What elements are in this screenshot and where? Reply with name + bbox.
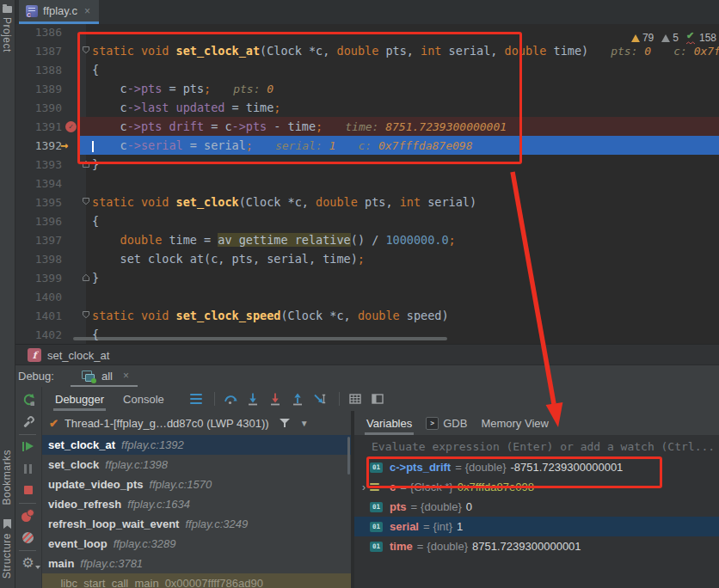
code-line-1394[interactable]: 1394 [15, 174, 719, 193]
tab-memory-view[interactable]: Memory View [479, 413, 550, 434]
tab-console[interactable]: Console [120, 389, 168, 410]
divider [214, 392, 215, 406]
sidebar-item-structure[interactable]: Structure [1, 533, 13, 579]
divider [19, 550, 36, 551]
step-out-button[interactable] [291, 392, 304, 406]
weak-warnings-count[interactable]: 5 [661, 32, 679, 44]
restore-layout-button[interactable] [371, 392, 384, 406]
fold-marker-icon[interactable] [82, 271, 90, 285]
run-to-cursor-button[interactable] [313, 392, 327, 406]
editor-tab-bar: ffplay.c × [15, 0, 719, 25]
tab-gdb[interactable]: > GDB [424, 413, 469, 434]
code-line-1399[interactable]: 1399} [15, 268, 719, 287]
code-line-1400[interactable]: 1400 [15, 287, 719, 306]
debug-toolwindow-header: Debug: all × [15, 364, 719, 388]
debug-settings-button[interactable]: ⚙ [15, 555, 41, 571]
frame-row-set-clock-at[interactable]: set_clock_atffplay.c:1392 [41, 435, 351, 455]
view-as-table-button[interactable] [348, 392, 362, 406]
tab-close-icon[interactable]: × [84, 5, 90, 17]
c-file-icon [26, 5, 38, 17]
variable-row-c[interactable]: ›c={Clock *}0x7fffda87e098 [354, 477, 719, 497]
line-number: 1391 [15, 120, 62, 133]
frame-row-update-video-pts[interactable]: update_video_ptsffplay.c:1570 [41, 475, 351, 494]
code-line-1393[interactable]: 1393} [15, 155, 719, 174]
stop-button[interactable] [15, 482, 41, 498]
fold-marker-icon[interactable] [82, 195, 90, 209]
tab-debugger[interactable]: Debugger [52, 389, 108, 410]
code-line-1388[interactable]: 1388{ [15, 60, 719, 79]
inspections-widget[interactable]: 79 5 ✔ 158 [631, 32, 716, 44]
code-line-1391[interactable]: 1391✓ c->pts_drift = c->pts - time;time:… [15, 117, 719, 136]
thread-dropdown[interactable]: Thread-1-[ffplay_g…dd87c0 (LWP 4301)) [65, 417, 269, 430]
line-number: 1401 [15, 309, 62, 322]
passed-count[interactable]: ✔ 158 [686, 32, 716, 44]
code-line-1402[interactable]: 1402{ [15, 325, 719, 344]
fold-marker-icon[interactable] [82, 309, 90, 322]
variable-row-serial[interactable]: 01serial={int}1 [354, 517, 719, 536]
variable-row-time[interactable]: 01time={double}8751.7239300000001 [354, 536, 719, 556]
force-step-into-button[interactable] [268, 392, 282, 406]
inline-debugger-hint: c: 0x7fffda87e098 [358, 139, 472, 152]
session-tab-all[interactable]: all [101, 370, 113, 383]
variable-row-pts[interactable]: 01pts={double}0 [354, 497, 719, 517]
fold-marker-icon[interactable] [82, 44, 90, 58]
inline-debugger-hint: pts: 0 [233, 83, 273, 95]
view-breakpoints-button[interactable] [15, 507, 41, 523]
code-line-1389[interactable]: 1389 c->pts = pts;pts: 0 [15, 79, 719, 98]
frame-row-video-refresh[interactable]: video_refreshffplay.c:1634 [41, 494, 351, 514]
inline-debugger-hint: serial: 1 [275, 139, 335, 152]
rerun-button[interactable] [15, 392, 41, 407]
code-line-1395[interactable]: 1395static void set_clock(Clock *c, doub… [15, 193, 719, 211]
breakpoint-icon[interactable]: ✓ [65, 121, 77, 132]
evaluate-expression-input[interactable]: Evaluate expression (Enter) or add a wat… [354, 435, 719, 457]
divider [19, 434, 36, 435]
layout-options-icon[interactable] [190, 394, 202, 405]
code-text: c->pts_drift = c->pts - time;time: 8751.… [92, 119, 719, 133]
line-number: 1389 [15, 83, 62, 95]
code-editor[interactable]: 13861387static void set_clock_at(Clock *… [15, 24, 719, 344]
code-line-1401[interactable]: 1401static void set_clock_speed(Clock *c… [15, 306, 719, 325]
code-line-1396[interactable]: 1396{ [15, 211, 719, 230]
code-line-1392[interactable]: 1392→ c->serial = serial;serial: 1c: 0x7… [15, 136, 719, 155]
expand-chevron-icon[interactable]: › [358, 481, 370, 493]
frame-row-main[interactable]: mainffplay.c:3781 [41, 554, 351, 573]
code-line-1398[interactable]: 1398 set_clock_at(c, pts, serial, time); [15, 249, 719, 268]
mute-breakpoints-button[interactable] [15, 530, 41, 545]
step-into-button[interactable] [246, 392, 260, 406]
frame-row-set-clock[interactable]: set_clockffplay.c:1398 [41, 455, 351, 475]
inline-debugger-hint: pts: 0 [611, 45, 651, 58]
frames-scrollbar[interactable] [347, 437, 350, 475]
breadcrumb-function-name[interactable]: set_clock_at [47, 349, 109, 362]
panel-splitter[interactable] [351, 411, 354, 588]
fold-marker-icon[interactable] [82, 157, 90, 171]
session-close-icon[interactable]: × [123, 370, 129, 382]
variable-row-c-pts-drift[interactable]: 01c->pts_drift={double}-8751.72393000000… [354, 457, 719, 477]
frame-row-refresh-loop-wait-event[interactable]: refresh_loop_wait_eventffplay.c:3249 [41, 514, 351, 534]
weak-warning-icon [661, 34, 670, 42]
warnings-count[interactable]: 79 [631, 32, 654, 44]
frame-row---libc-start-call-main[interactable]: __libc_start_call_main0x00007ffff786ad90 [41, 573, 351, 588]
filter-funnel-icon[interactable] [280, 418, 290, 428]
debugger-settings-wrench-button[interactable] [15, 414, 41, 430]
line-number: 1402 [15, 328, 62, 341]
debug-toolbar: Debugger Console [41, 387, 719, 412]
frame-row-event-loop[interactable]: event_loopffplay.c:3289 [41, 534, 351, 554]
chevron-down-icon[interactable]: ▼ [300, 419, 309, 428]
code-text: } [92, 157, 719, 171]
code-line-1387[interactable]: 1387static void set_clock_at(Clock *c, d… [15, 41, 719, 60]
resume-button[interactable] [15, 438, 41, 454]
sidebar-item-bookmarks[interactable]: Bookmarks [1, 450, 13, 505]
tab-variables[interactable]: Variables [365, 413, 414, 434]
sidebar-item-project[interactable]: Project [1, 17, 13, 52]
thread-selector-row: ✔ Thread-1-[ffplay_g…dd87c0 (LWP 4301)) … [41, 411, 351, 435]
code-line-1397[interactable]: 1397 double time = av_gettime_relative()… [15, 230, 719, 249]
code-line-1390[interactable]: 1390 c->last_updated = time; [15, 98, 719, 117]
pause-button[interactable] [15, 461, 41, 476]
code-line-1386[interactable]: 1386 [15, 24, 719, 41]
resume-icon [22, 442, 34, 451]
warning-icon [631, 34, 640, 42]
tab-ffplay-c[interactable]: ffplay.c × [19, 0, 99, 24]
step-over-button[interactable] [224, 392, 237, 406]
breakpoints-icon [22, 509, 34, 522]
code-text: static void set_clock_speed(Clock *c, do… [92, 309, 719, 322]
